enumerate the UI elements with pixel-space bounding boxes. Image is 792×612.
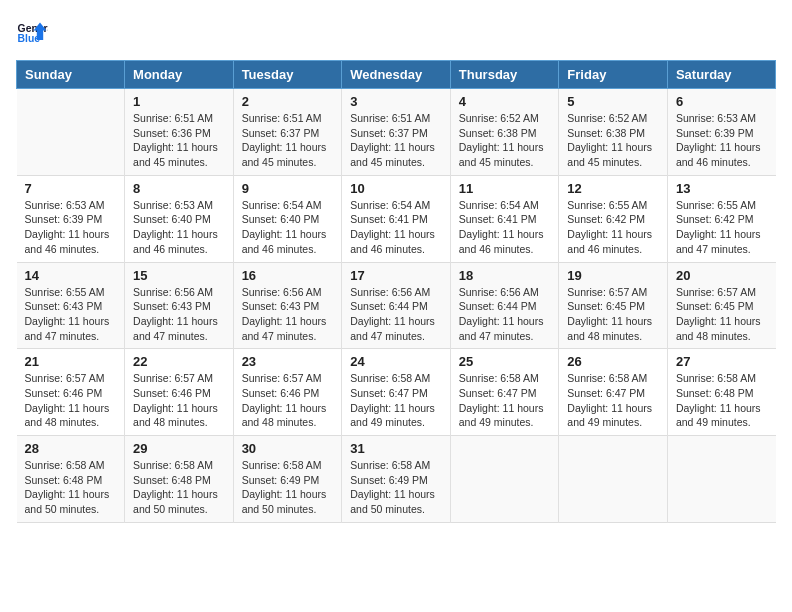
daylight-text: Daylight: 11 hours	[567, 228, 652, 240]
sunset-text: Sunset: 6:47 PM	[350, 387, 428, 399]
sunset-text: Sunset: 6:37 PM	[242, 127, 320, 139]
daylight-text-2: and 45 minutes.	[459, 156, 534, 168]
day-number: 2	[242, 94, 334, 109]
sunrise-text: Sunrise: 6:57 AM	[133, 372, 213, 384]
sunrise-text: Sunrise: 6:56 AM	[350, 286, 430, 298]
daylight-text: Daylight: 11 hours	[242, 402, 327, 414]
sunset-text: Sunset: 6:49 PM	[350, 474, 428, 486]
daylight-text: Daylight: 11 hours	[25, 228, 110, 240]
sunset-text: Sunset: 6:38 PM	[567, 127, 645, 139]
sunrise-text: Sunrise: 6:53 AM	[676, 112, 756, 124]
calendar-cell: 23Sunrise: 6:57 AMSunset: 6:46 PMDayligh…	[233, 349, 342, 436]
calendar-cell	[559, 436, 668, 523]
daylight-text: Daylight: 11 hours	[242, 488, 327, 500]
sunrise-text: Sunrise: 6:51 AM	[242, 112, 322, 124]
daylight-text-2: and 48 minutes.	[133, 416, 208, 428]
day-number: 23	[242, 354, 334, 369]
day-number: 31	[350, 441, 442, 456]
daylight-text: Daylight: 11 hours	[459, 402, 544, 414]
sunset-text: Sunset: 6:36 PM	[133, 127, 211, 139]
sunrise-text: Sunrise: 6:58 AM	[242, 459, 322, 471]
sunset-text: Sunset: 6:43 PM	[25, 300, 103, 312]
day-info: Sunrise: 6:57 AMSunset: 6:46 PMDaylight:…	[242, 371, 334, 430]
sunrise-text: Sunrise: 6:55 AM	[567, 199, 647, 211]
day-number: 25	[459, 354, 551, 369]
calendar-cell: 3Sunrise: 6:51 AMSunset: 6:37 PMDaylight…	[342, 89, 451, 176]
day-info: Sunrise: 6:58 AMSunset: 6:48 PMDaylight:…	[25, 458, 117, 517]
day-number: 12	[567, 181, 659, 196]
sunrise-text: Sunrise: 6:57 AM	[242, 372, 322, 384]
daylight-text: Daylight: 11 hours	[133, 402, 218, 414]
sunset-text: Sunset: 6:47 PM	[567, 387, 645, 399]
calendar-cell: 9Sunrise: 6:54 AMSunset: 6:40 PMDaylight…	[233, 175, 342, 262]
daylight-text-2: and 48 minutes.	[242, 416, 317, 428]
day-info: Sunrise: 6:58 AMSunset: 6:47 PMDaylight:…	[459, 371, 551, 430]
day-info: Sunrise: 6:55 AMSunset: 6:43 PMDaylight:…	[25, 285, 117, 344]
daylight-text-2: and 45 minutes.	[242, 156, 317, 168]
sunset-text: Sunset: 6:44 PM	[459, 300, 537, 312]
calendar-cell: 31Sunrise: 6:58 AMSunset: 6:49 PMDayligh…	[342, 436, 451, 523]
calendar-week-5: 28Sunrise: 6:58 AMSunset: 6:48 PMDayligh…	[17, 436, 776, 523]
day-number: 5	[567, 94, 659, 109]
calendar-cell: 26Sunrise: 6:58 AMSunset: 6:47 PMDayligh…	[559, 349, 668, 436]
daylight-text: Daylight: 11 hours	[350, 402, 435, 414]
calendar-cell: 20Sunrise: 6:57 AMSunset: 6:45 PMDayligh…	[667, 262, 775, 349]
sunset-text: Sunset: 6:40 PM	[133, 213, 211, 225]
day-number: 9	[242, 181, 334, 196]
sunrise-text: Sunrise: 6:57 AM	[676, 286, 756, 298]
sunset-text: Sunset: 6:38 PM	[459, 127, 537, 139]
sunset-text: Sunset: 6:39 PM	[25, 213, 103, 225]
day-info: Sunrise: 6:58 AMSunset: 6:48 PMDaylight:…	[676, 371, 768, 430]
daylight-text-2: and 49 minutes.	[350, 416, 425, 428]
daylight-text-2: and 50 minutes.	[242, 503, 317, 515]
day-info: Sunrise: 6:56 AMSunset: 6:43 PMDaylight:…	[133, 285, 225, 344]
daylight-text-2: and 50 minutes.	[25, 503, 100, 515]
sunset-text: Sunset: 6:41 PM	[459, 213, 537, 225]
day-number: 1	[133, 94, 225, 109]
sunrise-text: Sunrise: 6:58 AM	[567, 372, 647, 384]
daylight-text: Daylight: 11 hours	[459, 228, 544, 240]
day-number: 7	[25, 181, 117, 196]
sunrise-text: Sunrise: 6:58 AM	[133, 459, 213, 471]
weekday-header-sunday: Sunday	[17, 61, 125, 89]
calendar-cell: 25Sunrise: 6:58 AMSunset: 6:47 PMDayligh…	[450, 349, 559, 436]
sunset-text: Sunset: 6:41 PM	[350, 213, 428, 225]
daylight-text: Daylight: 11 hours	[242, 228, 327, 240]
sunset-text: Sunset: 6:43 PM	[242, 300, 320, 312]
day-info: Sunrise: 6:58 AMSunset: 6:47 PMDaylight:…	[350, 371, 442, 430]
daylight-text-2: and 45 minutes.	[350, 156, 425, 168]
weekday-header-tuesday: Tuesday	[233, 61, 342, 89]
daylight-text: Daylight: 11 hours	[459, 315, 544, 327]
calendar-cell	[17, 89, 125, 176]
daylight-text: Daylight: 11 hours	[676, 315, 761, 327]
day-number: 20	[676, 268, 768, 283]
daylight-text-2: and 49 minutes.	[567, 416, 642, 428]
day-info: Sunrise: 6:57 AMSunset: 6:45 PMDaylight:…	[676, 285, 768, 344]
daylight-text: Daylight: 11 hours	[676, 141, 761, 153]
sunrise-text: Sunrise: 6:58 AM	[25, 459, 105, 471]
daylight-text-2: and 47 minutes.	[25, 330, 100, 342]
day-number: 22	[133, 354, 225, 369]
day-number: 8	[133, 181, 225, 196]
calendar-week-2: 7Sunrise: 6:53 AMSunset: 6:39 PMDaylight…	[17, 175, 776, 262]
daylight-text: Daylight: 11 hours	[133, 141, 218, 153]
calendar-cell: 29Sunrise: 6:58 AMSunset: 6:48 PMDayligh…	[125, 436, 234, 523]
sunset-text: Sunset: 6:40 PM	[242, 213, 320, 225]
daylight-text-2: and 45 minutes.	[567, 156, 642, 168]
daylight-text: Daylight: 11 hours	[25, 315, 110, 327]
day-info: Sunrise: 6:51 AMSunset: 6:36 PMDaylight:…	[133, 111, 225, 170]
sunrise-text: Sunrise: 6:58 AM	[676, 372, 756, 384]
sunset-text: Sunset: 6:46 PM	[242, 387, 320, 399]
daylight-text: Daylight: 11 hours	[350, 141, 435, 153]
day-info: Sunrise: 6:58 AMSunset: 6:47 PMDaylight:…	[567, 371, 659, 430]
calendar-cell: 11Sunrise: 6:54 AMSunset: 6:41 PMDayligh…	[450, 175, 559, 262]
calendar-header-row: SundayMondayTuesdayWednesdayThursdayFrid…	[17, 61, 776, 89]
sunrise-text: Sunrise: 6:55 AM	[25, 286, 105, 298]
calendar-cell: 5Sunrise: 6:52 AMSunset: 6:38 PMDaylight…	[559, 89, 668, 176]
sunset-text: Sunset: 6:42 PM	[567, 213, 645, 225]
daylight-text: Daylight: 11 hours	[567, 315, 652, 327]
day-info: Sunrise: 6:53 AMSunset: 6:40 PMDaylight:…	[133, 198, 225, 257]
day-info: Sunrise: 6:52 AMSunset: 6:38 PMDaylight:…	[459, 111, 551, 170]
day-info: Sunrise: 6:51 AMSunset: 6:37 PMDaylight:…	[242, 111, 334, 170]
sunrise-text: Sunrise: 6:53 AM	[133, 199, 213, 211]
